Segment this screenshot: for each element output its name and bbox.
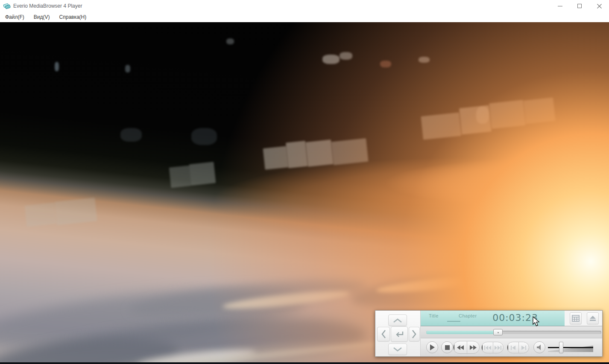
minimize-icon: [558, 6, 562, 6]
play-icon: [430, 344, 435, 350]
nav-right-button[interactable]: [409, 327, 420, 341]
video-area: Title Chapter 00:03:23: [0, 22, 609, 364]
previous-button[interactable]: [507, 342, 518, 353]
menu-item-file[interactable]: Файл(F): [1, 12, 29, 22]
menu-grid-button[interactable]: [570, 312, 582, 324]
volume-slider[interactable]: [548, 341, 593, 354]
maximize-icon: [577, 4, 582, 8]
rewind-button[interactable]: [454, 341, 467, 353]
nav-enter-button[interactable]: [391, 326, 408, 342]
chevron-up-icon: [393, 318, 402, 323]
transport-row: [421, 338, 602, 356]
title-label: Title: [429, 313, 439, 318]
title-bar: Everio MediaBrowser 4 Player: [0, 0, 609, 12]
seek-handle[interactable]: [493, 329, 503, 335]
title-underline: [447, 321, 460, 322]
nav-up-button[interactable]: [388, 314, 407, 326]
prev-next-group: [507, 342, 529, 353]
chevron-right-icon: [412, 329, 416, 339]
skip-forward-icon: [495, 346, 501, 350]
next-button[interactable]: [518, 342, 529, 353]
rewind-icon: [457, 345, 464, 350]
chevron-down-icon: [393, 347, 402, 352]
stop-button[interactable]: [441, 341, 453, 353]
seek-progress: [426, 331, 498, 334]
chapter-label: Chapter: [459, 313, 477, 318]
window-title: Everio MediaBrowser 4 Player: [13, 3, 82, 9]
menu-item-view[interactable]: Вид(V): [29, 12, 54, 22]
app-window: Everio MediaBrowser 4 Player Файл(F) Вид…: [0, 0, 609, 364]
display-side-buttons: [565, 311, 602, 326]
menu-bar: Файл(F) Вид(V) Справка(H): [0, 12, 609, 22]
nav-down-button[interactable]: [388, 344, 407, 355]
grid-icon: [572, 315, 580, 322]
app-icon: [3, 2, 11, 10]
mute-button[interactable]: [533, 341, 545, 353]
next-icon: [521, 346, 526, 350]
fast-forward-icon: [470, 345, 477, 350]
skip-back-button[interactable]: [482, 342, 493, 353]
close-icon: [597, 4, 602, 9]
volume-level: [548, 341, 561, 354]
seek-bar[interactable]: [426, 331, 601, 334]
time-display: Title Chapter 00:03:23: [421, 311, 565, 326]
skip-group: [481, 342, 504, 353]
player-control-panel: Title Chapter 00:03:23: [375, 310, 603, 357]
elapsed-time: 00:03:23: [492, 312, 538, 323]
previous-icon: [511, 346, 515, 350]
mouse-cursor: [533, 316, 540, 327]
eject-button[interactable]: [587, 312, 599, 324]
stop-icon: [445, 345, 450, 350]
display-row: Title Chapter 00:03:23: [421, 311, 602, 326]
minimize-button[interactable]: [550, 0, 570, 12]
close-button[interactable]: [589, 0, 609, 12]
menu-item-help[interactable]: Справка(H): [55, 12, 91, 22]
chevron-left-icon: [381, 329, 386, 339]
navigation-pad: [375, 311, 421, 356]
fast-forward-button[interactable]: [467, 341, 480, 353]
nav-left-button[interactable]: [377, 327, 390, 341]
window-controls: [550, 0, 609, 12]
eject-icon: [589, 315, 597, 322]
maximize-button[interactable]: [570, 0, 589, 12]
volume-handle[interactable]: [559, 342, 563, 353]
seek-row: [421, 326, 602, 338]
window-border: [0, 362, 609, 364]
rewind-forward-group: [453, 341, 480, 354]
panel-right: Title Chapter 00:03:23: [421, 311, 602, 356]
return-arrow-icon: [395, 330, 404, 338]
speaker-icon: [536, 344, 542, 350]
play-button[interactable]: [426, 341, 438, 353]
skip-forward-button[interactable]: [493, 342, 504, 353]
skip-back-icon: [484, 346, 491, 350]
